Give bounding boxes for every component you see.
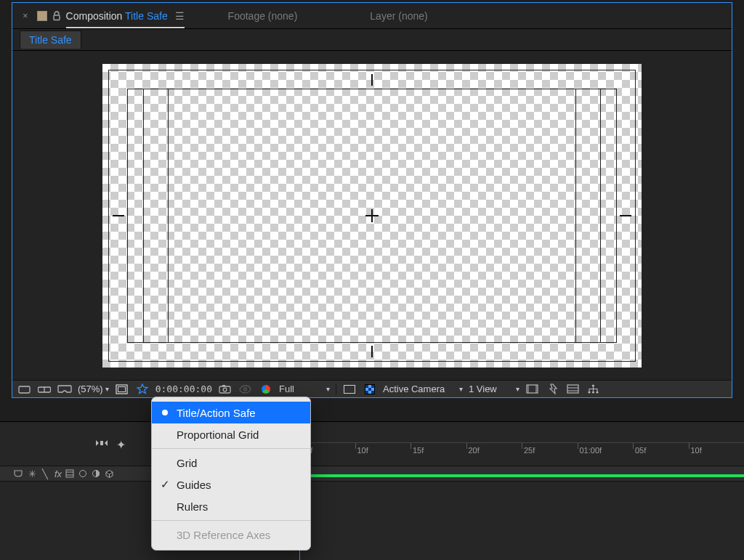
safe-zones-icon[interactable] [115,383,129,396]
timeline-panel-icon[interactable] [566,383,581,396]
tab-footage[interactable]: Footage (none) [228,10,298,22]
ruler-tick-label: 25f [524,446,535,455]
tab-composition[interactable]: Composition Title Safe ☰ [66,10,185,22]
menu-item-label: Proportional Grid [177,429,259,441]
svg-point-15 [597,391,599,393]
safe-tick [371,74,373,86]
work-area-bar[interactable] [299,474,744,477]
timeline-panel: ✦ 05f 10f 15f 20f 25f 01:00f 05f 10f ✳ ╲… [0,421,744,560]
magnification-dropdown[interactable]: (57%) ▾ [78,384,109,394]
menu-item-title-action-safe[interactable]: Title/Action Safe [152,402,310,423]
resolution-value: Full [279,384,294,394]
mask-visibility-icon[interactable] [135,383,150,396]
svg-point-9 [244,388,247,391]
fast-previews-icon[interactable] [546,383,560,396]
tab-layer[interactable]: Layer (none) [370,10,427,22]
resolution-dropdown[interactable]: Full ▾ [279,384,330,394]
svg-rect-11 [567,385,578,393]
timeline-tool-icons: ✦ [94,438,126,452]
svg-rect-0 [54,15,60,20]
motion-blur-icon[interactable] [78,469,90,478]
ruler-tick-label: 15f [413,446,424,455]
vr-goggles-icon[interactable] [57,383,72,396]
graph-editor-sparkle-icon[interactable]: ✦ [116,438,126,452]
menu-separator [152,448,310,449]
tab-composition-label: Composition [66,10,123,22]
menu-item-3d-reference-axes: 3D Reference Axes [152,524,310,545]
quality-icon[interactable]: ╲ [39,468,51,479]
always-preview-icon[interactable] [17,383,31,396]
show-snapshot-icon[interactable] [238,383,253,396]
safe-tick [371,346,373,357]
adjustment-icon[interactable] [92,469,103,478]
tab-composition-name: Title Safe [125,10,168,22]
svg-point-14 [592,391,594,393]
transparency-grid-icon[interactable] [363,383,377,396]
layer-switch-header: ✳ ╲ fx [0,466,744,482]
flowchart-icon[interactable] [586,383,601,396]
panel-menu-icon[interactable]: ☰ [175,10,185,22]
checkmark-icon: ✓ [161,478,170,491]
svg-rect-16 [100,441,103,445]
region-of-interest-icon[interactable] [342,383,357,396]
safe-vguide [143,89,144,343]
sub-tab-active[interactable]: Title Safe [20,31,81,49]
safe-vguide [600,89,601,343]
center-crosshair-icon [365,209,379,222]
safe-vguide [575,89,576,343]
fx-icon[interactable]: fx [52,468,64,479]
menu-item-label: Rulers [177,500,208,513]
camera-value: Active Camera [383,384,445,394]
ruler-tick-label: 01:00f [580,446,602,455]
pixel-aspect-icon[interactable] [525,383,540,396]
svg-rect-5 [118,386,126,391]
safe-tick [113,215,124,216]
composition-color-swatch[interactable] [37,11,47,21]
panel-tab-strip: × Composition Title Safe ☰ Footage (none… [12,3,732,29]
collapse-icon[interactable]: ✳ [26,468,38,479]
menu-item-proportional-grid[interactable]: Proportional Grid [152,423,310,445]
ruler-tick-label: 20f [469,446,480,455]
active-indicator-dot-icon [162,410,168,415]
composition-viewport[interactable] [12,51,732,380]
svg-rect-8 [222,385,225,386]
3d-layer-icon[interactable] [105,469,116,479]
composition-sub-tabs: Title Safe [12,29,732,51]
draft3d-icon[interactable] [37,383,52,396]
lock-icon[interactable] [52,11,62,21]
menu-item-label: Guides [177,479,211,491]
ruler-tick-label: 10f [357,446,368,455]
time-ruler[interactable]: 05f 10f 15f 20f 25f 01:00f 05f 10f [299,442,744,457]
views-dropdown[interactable]: 1 View ▾ [469,384,519,394]
svg-point-12 [592,384,594,386]
viewer-footer-bar: (57%) ▾ 0:00:00:00 Full ▾ Active Camera … [12,380,732,397]
svg-point-7 [224,388,227,391]
current-time-display[interactable]: 0:00:00:00 [155,384,212,394]
keyframe-nav-icon[interactable] [94,438,109,452]
ruler-tick-label: 10f [691,446,702,455]
composition-panel: × Composition Title Safe ☰ Footage (none… [12,2,732,398]
chevron-down-icon: ▾ [516,385,519,393]
svg-rect-1 [19,386,30,393]
channel-icon[interactable] [259,383,273,396]
chevron-down-icon: ▾ [459,385,463,393]
menu-item-guides[interactable]: ✓ Guides [152,474,310,495]
chevron-down-icon: ▾ [105,385,109,393]
safe-tick [620,215,631,216]
svg-rect-6 [219,386,230,393]
svg-point-13 [589,391,591,393]
grid-guides-popup-menu: Title/Action Safe Proportional Grid Grid… [151,397,311,551]
svg-point-18 [80,471,86,477]
menu-item-grid[interactable]: Grid [152,452,310,474]
menu-item-label: Title/Action Safe [177,407,256,419]
menu-item-rulers[interactable]: Rulers [152,495,310,517]
menu-item-label: Grid [177,457,197,469]
close-panel-icon[interactable]: × [18,10,33,21]
ruler-tick-label: 05f [635,446,646,455]
chevron-down-icon: ▾ [326,385,330,393]
camera-dropdown[interactable]: Active Camera ▾ [383,384,463,394]
shy-icon[interactable] [13,469,25,478]
frame-blend-icon[interactable] [65,469,77,478]
magnification-value: (57%) [78,384,103,394]
snapshot-icon[interactable] [218,383,232,396]
